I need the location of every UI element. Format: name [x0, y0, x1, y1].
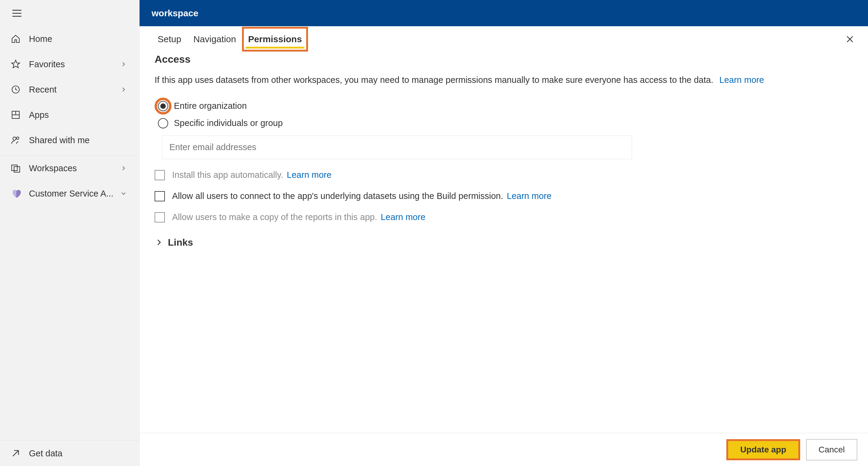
- main-panel: workspace Setup Navigation Permissions A…: [140, 0, 868, 466]
- svg-line-12: [13, 451, 19, 456]
- hamburger-button[interactable]: [0, 0, 139, 26]
- highlight-ring: [155, 98, 172, 115]
- checkbox-label: Install this app automatically.: [172, 170, 283, 180]
- nav-favorites[interactable]: Favorites: [0, 52, 139, 77]
- arrow-upright-icon: [11, 448, 22, 459]
- nav-label: Customer Service A...: [29, 189, 120, 199]
- nav-label: Favorites: [29, 59, 120, 69]
- workspace-header: workspace: [140, 0, 868, 26]
- nav-apps[interactable]: Apps: [0, 102, 139, 127]
- nav-workspaces[interactable]: Workspaces: [0, 156, 139, 181]
- radio-icon: [158, 118, 168, 128]
- checkbox-install-auto[interactable]: Install this app automatically. Learn mo…: [155, 170, 853, 180]
- radio-specific[interactable]: Specific individuals or group: [155, 118, 853, 128]
- tab-permissions[interactable]: Permissions: [242, 27, 308, 52]
- svg-rect-10: [12, 165, 18, 170]
- chevron-right-icon: [120, 164, 128, 173]
- chevron-right-icon: [120, 60, 128, 68]
- nav-label: Shared with me: [29, 135, 128, 145]
- nav-label: Apps: [29, 110, 128, 120]
- checkbox-label: Allow all users to connect to the app's …: [172, 191, 503, 201]
- apps-icon: [11, 110, 22, 120]
- footer: Update app Cancel: [140, 433, 868, 466]
- checkbox-label: Allow users to make a copy of the report…: [172, 212, 377, 222]
- nav-recent[interactable]: Recent: [0, 77, 139, 102]
- heart-icon: [11, 188, 22, 199]
- checkbox-icon: [155, 170, 165, 180]
- tab-navigation[interactable]: Navigation: [187, 27, 242, 52]
- checkbox-icon: [155, 212, 165, 222]
- header-title: workspace: [152, 8, 198, 19]
- nav-label: Get data: [29, 448, 128, 459]
- svg-point-9: [17, 137, 19, 139]
- svg-rect-11: [14, 167, 20, 173]
- close-button[interactable]: [844, 33, 856, 45]
- links-expander[interactable]: Links: [155, 237, 853, 248]
- nav-current-workspace[interactable]: Customer Service A...: [0, 181, 139, 206]
- workspaces-icon: [11, 163, 22, 174]
- chevron-right-icon: [120, 85, 128, 94]
- section-title: Access: [155, 53, 853, 65]
- nav-get-data[interactable]: Get data: [0, 441, 139, 466]
- sidebar: Home Favorites Recent: [0, 0, 140, 466]
- learn-more-link[interactable]: Learn more: [381, 212, 425, 222]
- shared-icon: [11, 135, 22, 146]
- section-desc: If this app uses datasets from other wor…: [155, 73, 853, 87]
- learn-more-link[interactable]: Learn more: [719, 75, 764, 85]
- tab-setup[interactable]: Setup: [152, 27, 187, 52]
- links-label: Links: [168, 237, 193, 248]
- radio-label: Specific individuals or group: [174, 118, 283, 128]
- clock-icon: [11, 84, 22, 95]
- svg-point-8: [13, 137, 16, 140]
- star-icon: [11, 59, 22, 70]
- svg-marker-3: [12, 60, 20, 68]
- checkbox-build-permission[interactable]: Allow all users to connect to the app's …: [155, 191, 853, 201]
- tabs: Setup Navigation Permissions: [140, 26, 868, 52]
- home-icon: [11, 33, 22, 44]
- learn-more-link[interactable]: Learn more: [507, 191, 552, 201]
- nav-label: Home: [29, 34, 128, 44]
- nav-label: Recent: [29, 85, 120, 95]
- email-input[interactable]: [162, 136, 632, 159]
- checkbox-icon: [155, 191, 165, 201]
- learn-more-link[interactable]: Learn more: [287, 170, 332, 180]
- chevron-down-icon: [120, 189, 128, 198]
- nav-home[interactable]: Home: [0, 26, 139, 52]
- radio-entire-org[interactable]: Entire organization: [155, 98, 853, 115]
- radio-label: Entire organization: [174, 101, 247, 111]
- nav-label: Workspaces: [29, 163, 120, 173]
- content: Access If this app uses datasets from ot…: [140, 52, 868, 433]
- radio-icon: [158, 101, 168, 111]
- checkbox-copy-reports[interactable]: Allow users to make a copy of the report…: [155, 212, 853, 222]
- chevron-right-icon: [155, 238, 164, 247]
- nav-shared[interactable]: Shared with me: [0, 127, 139, 153]
- cancel-button[interactable]: Cancel: [806, 439, 857, 460]
- update-app-button[interactable]: Update app: [726, 439, 800, 460]
